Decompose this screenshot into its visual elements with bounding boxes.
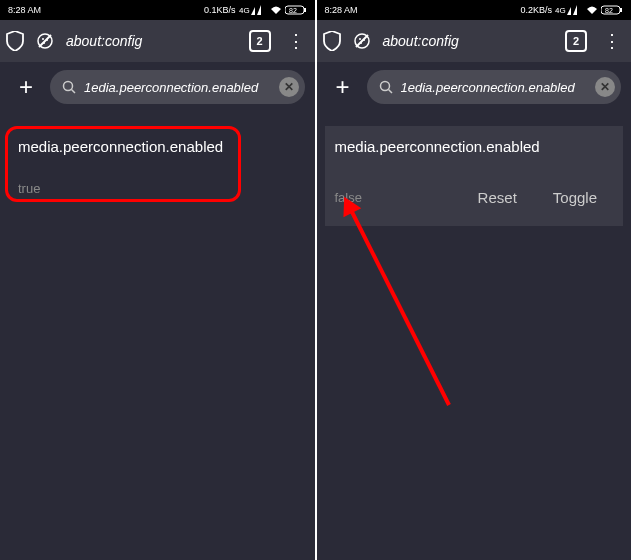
reset-button[interactable]: Reset bbox=[462, 181, 533, 214]
shield-icon[interactable] bbox=[6, 31, 24, 51]
signal-icon: 4G bbox=[555, 5, 583, 15]
search-icon bbox=[62, 80, 76, 94]
add-pref-button[interactable]: + bbox=[10, 71, 42, 103]
search-field[interactable]: 1edia.peerconnection.enabled ✕ bbox=[367, 70, 622, 104]
menu-button[interactable]: ⋮ bbox=[599, 30, 625, 52]
svg-line-8 bbox=[39, 35, 51, 47]
svg-line-21 bbox=[388, 90, 392, 94]
status-bar: 8:28 AM 0.2KB/s 4G 82 bbox=[317, 0, 632, 20]
wifi-icon bbox=[270, 5, 282, 15]
battery-icon: 82 bbox=[601, 5, 623, 15]
pref-item[interactable]: media.peerconnection.enabled bbox=[325, 126, 624, 169]
tracking-off-icon[interactable] bbox=[353, 32, 371, 50]
url-bar[interactable]: about:config bbox=[383, 33, 554, 49]
tab-counter[interactable]: 2 bbox=[249, 30, 271, 52]
battery-icon: 82 bbox=[285, 5, 307, 15]
pref-name: media.peerconnection.enabled bbox=[18, 138, 297, 155]
add-pref-button[interactable]: + bbox=[327, 71, 359, 103]
browser-toolbar: about:config 2 ⋮ bbox=[317, 20, 632, 62]
network-speed: 0.2KB/s bbox=[520, 5, 552, 15]
svg-text:82: 82 bbox=[289, 7, 297, 14]
pref-item[interactable]: media.peerconnection.enabled bbox=[8, 126, 307, 169]
pref-value: false bbox=[335, 190, 458, 205]
svg-rect-14 bbox=[620, 8, 622, 12]
svg-line-10 bbox=[72, 90, 76, 94]
search-field[interactable]: 1edia.peerconnection.enabled ✕ bbox=[50, 70, 305, 104]
svg-text:4G: 4G bbox=[555, 6, 566, 15]
wifi-icon bbox=[586, 5, 598, 15]
svg-point-16 bbox=[359, 38, 361, 40]
signal-icon: 4G bbox=[239, 5, 267, 15]
tracking-off-icon[interactable] bbox=[36, 32, 54, 50]
url-bar[interactable]: about:config bbox=[66, 33, 237, 49]
search-input[interactable]: 1edia.peerconnection.enabled bbox=[84, 80, 271, 95]
shield-icon[interactable] bbox=[323, 31, 341, 51]
status-time: 8:28 AM bbox=[8, 5, 41, 15]
pref-name: media.peerconnection.enabled bbox=[335, 138, 614, 155]
pref-value-row: false Reset Toggle bbox=[325, 169, 624, 226]
status-bar: 8:28 AM 0.1KB/s 4G 82 bbox=[0, 0, 315, 20]
search-input[interactable]: 1edia.peerconnection.enabled bbox=[401, 80, 588, 95]
svg-point-5 bbox=[42, 38, 44, 40]
status-time: 8:28 AM bbox=[325, 5, 358, 15]
svg-text:82: 82 bbox=[605, 7, 613, 14]
annotation-arrow bbox=[339, 195, 459, 415]
clear-search-button[interactable]: ✕ bbox=[279, 77, 299, 97]
tab-counter[interactable]: 2 bbox=[565, 30, 587, 52]
search-icon bbox=[379, 80, 393, 94]
browser-toolbar: about:config 2 ⋮ bbox=[0, 20, 315, 62]
svg-line-19 bbox=[356, 35, 368, 47]
svg-rect-3 bbox=[304, 8, 306, 12]
menu-button[interactable]: ⋮ bbox=[283, 30, 309, 52]
svg-point-9 bbox=[64, 82, 73, 91]
svg-text:4G: 4G bbox=[239, 6, 250, 15]
svg-line-22 bbox=[351, 210, 449, 405]
pref-value-row[interactable]: true bbox=[8, 169, 307, 208]
clear-search-button[interactable]: ✕ bbox=[595, 77, 615, 97]
pref-value: true bbox=[18, 181, 297, 196]
network-speed: 0.1KB/s bbox=[204, 5, 236, 15]
toggle-button[interactable]: Toggle bbox=[537, 181, 613, 214]
svg-point-20 bbox=[380, 82, 389, 91]
